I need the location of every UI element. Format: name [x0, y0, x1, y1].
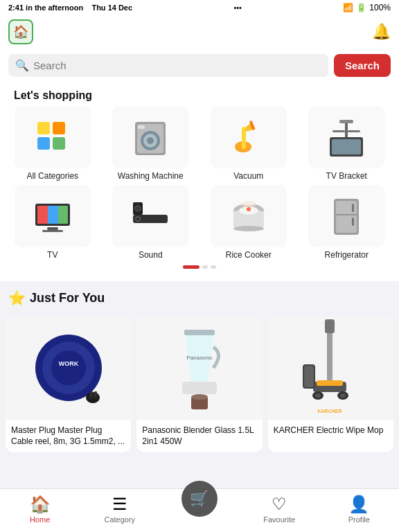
- svg-rect-60: [325, 319, 335, 333]
- products-grid: WORK Master Plug Master Plug Cable reel,…: [0, 310, 399, 452]
- search-input-wrap[interactable]: 🔍: [8, 54, 328, 77]
- status-bar: 2:41 in the afternoon Thu 14 Dec ••• 📶 🔋…: [0, 0, 399, 15]
- category-label: TV Bracket: [326, 171, 367, 181]
- notification-bell-icon[interactable]: 🔔: [372, 23, 391, 41]
- svg-rect-52: [94, 391, 97, 397]
- nav-item-profile[interactable]: 👤 Profile: [338, 495, 380, 524]
- svg-rect-0: [37, 122, 50, 134]
- svg-rect-2: [37, 137, 50, 150]
- just-for-you-section: ⭐ Just For You: [0, 281, 399, 310]
- category-icon-box: [15, 185, 91, 247]
- svg-point-32: [136, 207, 139, 210]
- search-button[interactable]: Search: [334, 54, 391, 77]
- nav-label-profile: Profile: [348, 515, 370, 524]
- svg-rect-11: [242, 127, 246, 149]
- category-item-refrigerator[interactable]: Refrigerator: [300, 185, 394, 260]
- washing-machine-icon: [130, 116, 171, 158]
- categories-pagination: [6, 260, 393, 276]
- category-icon-box: [112, 106, 188, 168]
- product-info: Master Plug Master Plug Cable reel, 8m, …: [6, 420, 131, 452]
- category-label: TV: [47, 250, 57, 260]
- battery-icon: 🔋: [356, 3, 366, 12]
- svg-point-8: [147, 137, 154, 144]
- search-input[interactable]: [33, 60, 321, 71]
- categories-grid: All Categories Washing Machine: [6, 106, 393, 260]
- status-time: 2:41 in the afternoon Thu 14 Dec: [8, 3, 132, 12]
- svg-rect-3: [53, 137, 65, 150]
- nav-label-home: Home: [30, 515, 50, 524]
- grid-icon: [32, 116, 73, 158]
- category-icon: ☰: [112, 495, 127, 514]
- svg-point-39: [242, 201, 256, 205]
- category-item-rice-cooker[interactable]: Rice Cooker: [202, 185, 296, 260]
- svg-rect-17: [348, 130, 360, 132]
- product-info: KARCHER Electric Wipe Mop: [268, 420, 393, 442]
- category-item-vacuum[interactable]: Vacuum: [202, 106, 296, 181]
- status-icons: 📶 🔋 100%: [343, 3, 391, 12]
- product-name: KARCHER Electric Wipe Mop: [274, 425, 388, 436]
- svg-point-29: [136, 218, 139, 220]
- svg-rect-54: [184, 330, 215, 335]
- pagination-dot: [202, 265, 208, 269]
- pagination-dot: [211, 265, 216, 269]
- top-bar: 🏠 🔔: [0, 15, 399, 48]
- product-info: Panasonic Blender Glass 1.5L 2in1 450W: [136, 420, 262, 452]
- product-name: Panasonic Blender Glass 1.5L 2in1 450W: [142, 425, 256, 447]
- mop-image: KARCHER: [289, 316, 372, 420]
- category-icon-box: [308, 185, 384, 247]
- svg-rect-44: [352, 218, 354, 226]
- category-icon-box: [308, 106, 384, 168]
- nav-item-basket[interactable]: 🛒: [179, 495, 220, 524]
- cable-reel-image: WORK: [27, 323, 110, 413]
- refrigerator-icon: [326, 195, 367, 237]
- nav-item-favourite[interactable]: ♡ Favourite: [258, 495, 300, 524]
- search-magnifier-icon: 🔍: [15, 59, 29, 72]
- product-card-cable-reel[interactable]: WORK Master Plug Master Plug Cable reel,…: [6, 316, 131, 452]
- category-item-tv[interactable]: TV: [6, 185, 100, 260]
- product-image: Panasonic: [136, 316, 262, 420]
- product-card-mop[interactable]: KARCHER KARCHER Electric Wipe Mop: [268, 316, 393, 452]
- category-icon-box: [211, 185, 287, 247]
- svg-point-65: [315, 393, 321, 398]
- category-label: Vacuum: [233, 171, 263, 181]
- category-item-washing-machine[interactable]: Washing Machine: [104, 106, 198, 181]
- sound-icon: [130, 195, 171, 237]
- svg-rect-25: [47, 227, 58, 230]
- nav-item-home[interactable]: 🏠 Home: [19, 495, 61, 524]
- tv-icon: [32, 195, 73, 237]
- svg-rect-24: [58, 206, 68, 224]
- svg-rect-62: [317, 380, 343, 386]
- category-label: All Categories: [26, 171, 78, 181]
- svg-point-35: [233, 226, 264, 231]
- product-card-blender[interactable]: Panasonic Panasonic Blender Glass 1.5L 2…: [136, 316, 262, 452]
- category-item-sound[interactable]: Sound: [104, 185, 198, 260]
- svg-rect-9: [138, 125, 145, 129]
- nav-item-category[interactable]: ☰ Category: [99, 495, 141, 524]
- favourite-icon: ♡: [272, 495, 287, 514]
- svg-rect-26: [42, 230, 63, 232]
- category-icon-box: [112, 185, 188, 247]
- category-label: Rice Cooker: [226, 250, 272, 260]
- profile-icon: 👤: [348, 495, 369, 514]
- svg-rect-19: [332, 139, 361, 154]
- categories-title: Let's shopping: [6, 82, 393, 106]
- category-icon-box: [15, 106, 91, 168]
- basket-icon: 🛒: [181, 481, 218, 517]
- svg-rect-55: [182, 382, 217, 394]
- status-dots: •••: [233, 3, 242, 12]
- category-icon-box: [211, 106, 287, 168]
- svg-point-57: [191, 394, 208, 400]
- vacuum-icon: [228, 116, 269, 158]
- svg-point-47: [51, 351, 86, 385]
- category-label: Refrigerator: [325, 250, 369, 260]
- svg-rect-43: [352, 204, 354, 212]
- category-item-tv-bracket[interactable]: TV Bracket: [300, 106, 394, 181]
- svg-rect-51: [90, 391, 93, 397]
- svg-text:WORK: WORK: [58, 360, 78, 367]
- app-logo[interactable]: 🏠: [8, 19, 33, 44]
- nav-label-category: Category: [104, 515, 135, 524]
- star-icon: ⭐: [8, 290, 26, 306]
- search-bar: 🔍 Search: [0, 48, 399, 82]
- category-item-all-categories[interactable]: All Categories: [6, 106, 100, 181]
- product-image: WORK: [6, 316, 131, 420]
